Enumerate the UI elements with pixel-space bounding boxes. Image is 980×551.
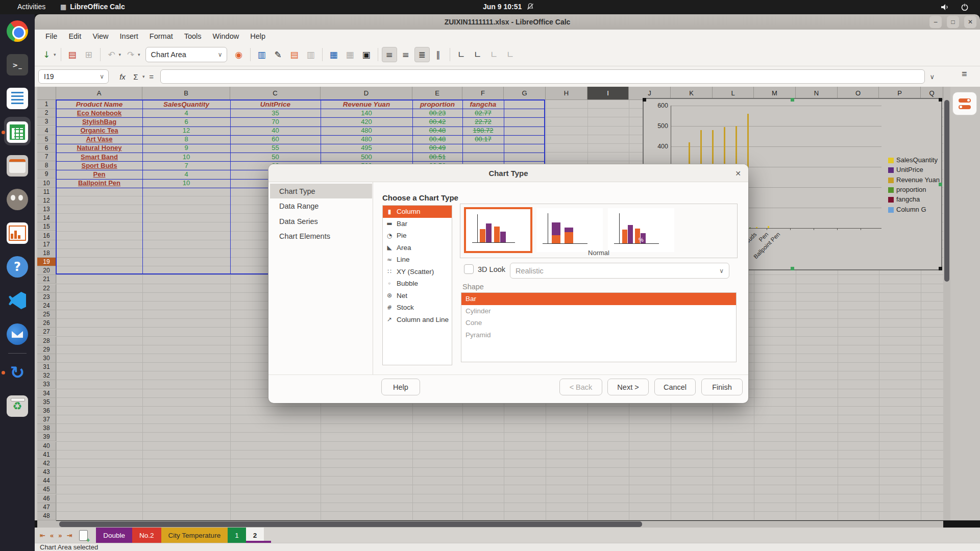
x-axis-tick bbox=[837, 228, 838, 230]
legend-swatch bbox=[888, 197, 894, 203]
sheet-tab-navigation: ⇤«»⇥ bbox=[40, 532, 72, 539]
sheet-tab-1[interactable]: 1 bbox=[228, 528, 246, 543]
selection-handle[interactable] bbox=[791, 98, 794, 102]
add-sheet-button[interactable] bbox=[79, 530, 88, 541]
gridline bbox=[671, 126, 881, 127]
legend-label: SalesQuantity bbox=[896, 156, 938, 164]
legend-label: proportion bbox=[896, 186, 926, 193]
sheet-tab-no-2[interactable]: No.2 bbox=[132, 528, 161, 543]
finish-button[interactable]: Finish bbox=[701, 379, 743, 395]
legend-swatch bbox=[888, 207, 894, 213]
gridline bbox=[671, 146, 881, 147]
sheet-tab-city-temperature[interactable]: City Temperature bbox=[161, 528, 228, 543]
bar-proportion bbox=[749, 228, 751, 228]
legend-label: fangcha bbox=[896, 195, 920, 203]
last-sheet-button[interactable]: ⇥ bbox=[66, 532, 72, 539]
sidebar-properties-icon[interactable] bbox=[952, 92, 977, 115]
sidebar-panel bbox=[950, 87, 980, 520]
legend-swatch bbox=[888, 178, 894, 183]
legend-label: Revenue Yuan bbox=[896, 176, 940, 184]
x-axis-tick bbox=[767, 228, 767, 230]
status-bar: Chart Area selected bbox=[35, 543, 980, 551]
toggle-row-icon bbox=[959, 98, 971, 103]
sheet-tab-bar: ⇤«»⇥ DoubleNo.2City Temperature12 bbox=[35, 528, 980, 543]
vertical-scrollbar-thumb[interactable] bbox=[944, 100, 949, 282]
y-axis-tick-label: 500 bbox=[650, 122, 668, 130]
next-button[interactable]: Next > bbox=[607, 379, 649, 395]
y-axis-tick-label: 600 bbox=[650, 102, 668, 109]
cancel-button[interactable]: Cancel bbox=[654, 379, 696, 395]
horizontal-scrollbar-thumb[interactable] bbox=[59, 521, 642, 527]
x-axis-tick bbox=[814, 228, 814, 230]
selection-handle[interactable] bbox=[643, 98, 646, 102]
x-axis-tick bbox=[861, 228, 861, 230]
sheet-tab-double[interactable]: Double bbox=[96, 528, 132, 543]
selection-handle[interactable] bbox=[939, 98, 942, 102]
y-axis-tick-label: 400 bbox=[650, 143, 668, 150]
x-axis-tick bbox=[790, 228, 791, 230]
selection-handle[interactable] bbox=[939, 267, 942, 270]
desktop: Activities ▦ LibreOffice Calc Jun 9 10:5… bbox=[0, 0, 980, 551]
selection-handle[interactable] bbox=[939, 183, 942, 186]
legend-label: Column G bbox=[896, 206, 926, 213]
selection-handle[interactable] bbox=[791, 267, 794, 270]
sheet-tabs: DoubleNo.2City Temperature12 bbox=[96, 528, 264, 543]
bar-salesquantity bbox=[756, 227, 757, 228]
legend-swatch bbox=[888, 187, 894, 193]
back-button[interactable]: < Back bbox=[559, 379, 602, 395]
help-button[interactable]: Help bbox=[381, 379, 420, 395]
previous-sheet-button[interactable]: « bbox=[50, 532, 54, 539]
gridline bbox=[671, 106, 881, 106]
legend-swatch bbox=[888, 167, 894, 173]
sidebar-menu-icon[interactable]: ≡ bbox=[962, 69, 967, 80]
toggle-row-icon bbox=[959, 105, 971, 109]
next-sheet-button[interactable]: » bbox=[58, 532, 62, 539]
bar-salesquantity bbox=[768, 226, 769, 228]
chart-type-dialog: Chart Type ✕ Chart TypeData RangeData Se… bbox=[268, 164, 748, 403]
status-text: Chart Area selected bbox=[40, 543, 98, 551]
legend-swatch bbox=[888, 158, 894, 163]
first-sheet-button[interactable]: ⇤ bbox=[40, 532, 45, 539]
dialog-buttons: Help< BackNext >CancelFinish bbox=[268, 164, 748, 403]
legend-label: UnitPrice bbox=[896, 166, 923, 173]
sheet-tab-2[interactable]: 2 bbox=[246, 528, 264, 543]
